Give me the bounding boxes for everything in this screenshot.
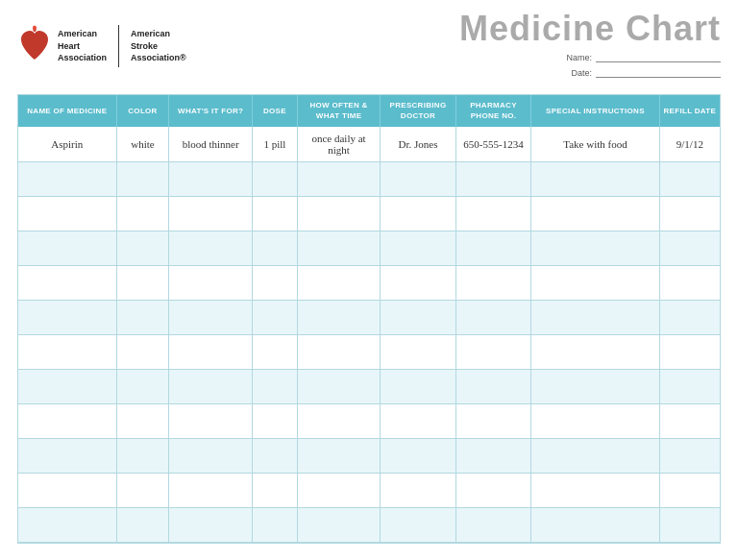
cell-dose xyxy=(252,438,297,473)
cell-dose xyxy=(252,334,297,369)
cell-dose xyxy=(252,507,297,542)
cell-how xyxy=(297,265,380,300)
cell-prescribe xyxy=(381,403,455,438)
cell-special xyxy=(531,438,659,473)
cell-what xyxy=(169,438,252,473)
cell-special xyxy=(531,265,659,300)
table-row xyxy=(18,196,720,231)
title-area: Medicine Chart Name: Date: xyxy=(459,12,721,81)
cell-what xyxy=(169,161,252,196)
cell-dose xyxy=(252,196,297,231)
cell-pharmacy xyxy=(455,161,530,196)
name-label: Name: xyxy=(566,50,592,65)
cell-special xyxy=(531,403,659,438)
cell-special xyxy=(531,334,659,369)
col-header-dose: DOSE xyxy=(252,95,297,127)
cell-name: Aspirin xyxy=(18,127,116,161)
cell-name xyxy=(18,196,116,231)
cell-dose xyxy=(252,473,297,507)
cell-color xyxy=(116,196,169,231)
cell-pharmacy xyxy=(455,403,530,438)
cell-how xyxy=(297,196,380,231)
logo-divider xyxy=(118,25,119,67)
cell-dose xyxy=(252,403,297,438)
cell-color xyxy=(116,334,169,369)
logo-line2: Heart xyxy=(58,40,107,53)
logo-text-american-stroke: American Stroke Association® xyxy=(131,28,186,64)
cell-color xyxy=(116,403,169,438)
cell-how xyxy=(297,473,380,507)
cell-name xyxy=(18,473,116,507)
cell-how xyxy=(297,231,380,265)
cell-what: blood thinner xyxy=(169,127,252,161)
cell-what xyxy=(169,507,252,542)
cell-dose xyxy=(252,369,297,403)
name-underline xyxy=(596,53,721,62)
cell-name xyxy=(18,300,116,334)
table-row xyxy=(18,300,720,334)
cell-refill xyxy=(659,334,720,369)
cell-how xyxy=(297,161,380,196)
cell-prescribe xyxy=(381,300,455,334)
cell-name xyxy=(18,438,116,473)
cell-name xyxy=(18,369,116,403)
cell-how xyxy=(297,369,380,403)
cell-color xyxy=(116,300,169,334)
table-row xyxy=(18,161,720,196)
date-underline xyxy=(596,68,721,78)
cell-pharmacy xyxy=(455,334,530,369)
cell-special xyxy=(531,507,659,542)
cell-color xyxy=(116,369,169,403)
cell-color xyxy=(116,507,169,542)
logo-line6: Association® xyxy=(131,52,186,64)
table-row xyxy=(18,369,720,403)
cell-what xyxy=(169,196,252,231)
name-field-line: Name: xyxy=(459,50,721,65)
cell-what xyxy=(169,369,252,403)
table-row xyxy=(18,507,720,542)
cell-dose: 1 pill xyxy=(252,127,297,161)
cell-pharmacy xyxy=(455,473,530,507)
cell-refill xyxy=(659,300,720,334)
cell-dose xyxy=(252,231,297,265)
cell-pharmacy xyxy=(455,231,530,265)
table-row xyxy=(18,265,720,300)
cell-color xyxy=(116,438,169,473)
cell-dose xyxy=(252,265,297,300)
col-header-color: COLOR xyxy=(116,95,169,127)
name-date-fields: Name: Date: xyxy=(459,50,721,81)
cell-pharmacy xyxy=(455,369,530,403)
table-row: Aspirinwhiteblood thinner1 pillonce dail… xyxy=(18,127,720,161)
cell-special xyxy=(531,196,659,231)
cell-what xyxy=(169,300,252,334)
date-label: Date: xyxy=(571,65,592,81)
cell-what xyxy=(169,231,252,265)
header-row: NAME OF MEDICINE COLOR WHAT'S IT FOR? DO… xyxy=(18,95,720,127)
cell-name xyxy=(18,265,116,300)
logo-line1: American xyxy=(58,28,107,40)
col-header-how: HOW OFTEN & WHAT TIME xyxy=(297,95,380,127)
cell-pharmacy xyxy=(455,438,530,473)
cell-refill xyxy=(659,231,720,265)
col-header-special: SPECIAL INSTRUCTIONS xyxy=(531,95,659,127)
cell-refill xyxy=(659,403,720,438)
cell-name xyxy=(18,231,116,265)
cell-refill xyxy=(659,196,720,231)
cell-what xyxy=(169,473,252,507)
date-field-line: Date: xyxy=(459,65,721,81)
medicine-table-wrapper: NAME OF MEDICINE COLOR WHAT'S IT FOR? DO… xyxy=(17,94,721,543)
cell-what xyxy=(169,265,252,300)
cell-prescribe: Dr. Jones xyxy=(381,127,455,161)
cell-prescribe xyxy=(381,196,455,231)
cell-special xyxy=(531,161,659,196)
page: American Heart Association American Stro… xyxy=(0,0,738,560)
cell-name xyxy=(18,507,116,542)
cell-special: Take with food xyxy=(531,127,659,161)
logo-line5: Stroke xyxy=(131,40,186,53)
cell-prescribe xyxy=(381,473,455,507)
cell-color xyxy=(116,231,169,265)
cell-refill xyxy=(659,369,720,403)
table-row xyxy=(18,438,720,473)
medicine-table: NAME OF MEDICINE COLOR WHAT'S IT FOR? DO… xyxy=(18,95,720,542)
cell-pharmacy xyxy=(455,265,530,300)
